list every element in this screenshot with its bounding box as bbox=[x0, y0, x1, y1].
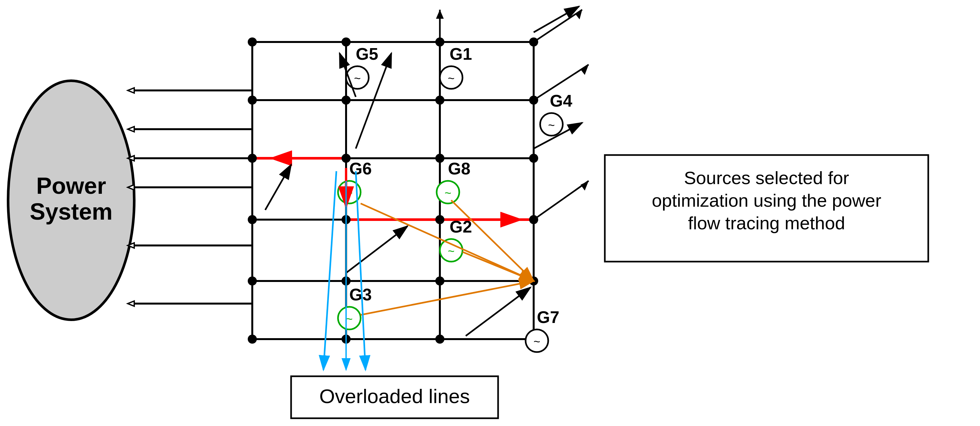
node-r4c2 bbox=[248, 215, 257, 224]
svg-text:~: ~ bbox=[533, 335, 540, 348]
node-r1c2 bbox=[248, 38, 257, 46]
sources-selected-text2: optimization using the power bbox=[652, 190, 881, 211]
node-r5c4 bbox=[435, 277, 444, 285]
g5-label: G5 bbox=[356, 44, 378, 63]
svg-marker-15 bbox=[128, 88, 134, 93]
node-r6c4 bbox=[435, 334, 444, 344]
node-r3c4 bbox=[435, 154, 444, 163]
node-r2c2 bbox=[248, 96, 257, 105]
svg-line-32 bbox=[534, 181, 589, 220]
svg-line-53 bbox=[466, 287, 530, 336]
node-r3c5 bbox=[529, 154, 538, 163]
node-r2c3 bbox=[342, 96, 351, 105]
power-system-label2: System bbox=[30, 199, 113, 225]
svg-marker-25 bbox=[128, 301, 134, 306]
svg-marker-17 bbox=[128, 127, 134, 132]
svg-line-55 bbox=[451, 200, 534, 281]
svg-text:~: ~ bbox=[444, 186, 451, 200]
node-r4c4 bbox=[435, 215, 444, 224]
svg-text:~: ~ bbox=[448, 244, 454, 258]
svg-line-61 bbox=[534, 6, 579, 32]
diagram: Power System bbox=[0, 0, 980, 426]
g3-label: G3 bbox=[349, 285, 372, 304]
svg-line-26 bbox=[534, 10, 582, 42]
node-r3c2 bbox=[248, 154, 257, 163]
svg-marker-33 bbox=[581, 181, 589, 190]
g4-label: G4 bbox=[550, 92, 572, 110]
svg-text:~: ~ bbox=[448, 72, 454, 85]
sources-selected-text1: Sources selected for bbox=[684, 168, 849, 188]
g8-label: G8 bbox=[448, 159, 470, 178]
node-r1c3 bbox=[342, 38, 351, 46]
node-r2c4 bbox=[435, 96, 444, 105]
node-r5c2 bbox=[248, 277, 257, 285]
svg-line-52 bbox=[346, 226, 407, 273]
g7-label: G7 bbox=[537, 308, 559, 326]
g6-label: G6 bbox=[349, 159, 372, 178]
main-canvas: Power System bbox=[0, 0, 980, 426]
g1-label: G1 bbox=[450, 44, 472, 63]
svg-marker-29 bbox=[436, 10, 444, 19]
svg-text:~: ~ bbox=[548, 119, 555, 132]
svg-line-57 bbox=[463, 252, 534, 281]
power-system-label: Power bbox=[36, 173, 106, 199]
svg-marker-31 bbox=[581, 65, 589, 75]
svg-line-56 bbox=[361, 281, 534, 315]
overloaded-lines-text: Overloaded lines bbox=[319, 385, 469, 407]
svg-text:~: ~ bbox=[346, 312, 353, 326]
sources-selected-text3: flow tracing method bbox=[688, 213, 845, 233]
svg-text:~: ~ bbox=[354, 72, 361, 85]
svg-line-51 bbox=[265, 165, 291, 210]
node-r6c2 bbox=[248, 334, 257, 344]
